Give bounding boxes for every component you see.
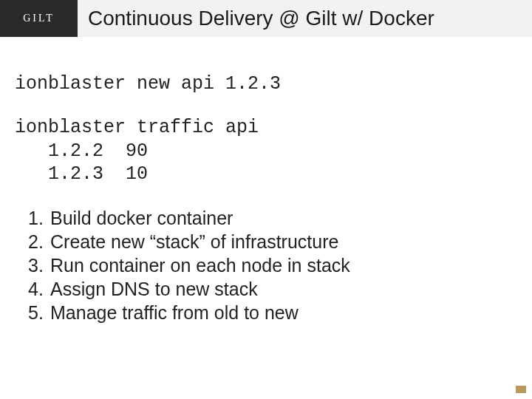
step-item: Run container on each node in stack (28, 253, 517, 277)
slide-content: ionblaster new api 1.2.3 ionblaster traf… (0, 37, 532, 324)
title-block: Continuous Delivery @ Gilt w/ Docker (78, 0, 532, 37)
step-item: Create new “stack” of infrastructure (28, 230, 517, 253)
command-new-api: ionblaster new api 1.2.3 (15, 72, 517, 95)
command-traffic: ionblaster traffic api 1.2.2 90 1.2.3 10 (15, 116, 517, 185)
step-item: Build docker container (28, 206, 517, 230)
logo-text: GILT (23, 13, 55, 24)
footer-accent (516, 386, 526, 393)
step-item: Manage traffic from old to new (28, 301, 517, 324)
steps-list: Build docker container Create new “stack… (15, 206, 517, 324)
header-bar: GILT Continuous Delivery @ Gilt w/ Docke… (0, 0, 532, 37)
step-item: Assign DNS to new stack (28, 277, 517, 301)
slide-title: Continuous Delivery @ Gilt w/ Docker (88, 7, 434, 30)
logo-block: GILT (0, 0, 78, 37)
